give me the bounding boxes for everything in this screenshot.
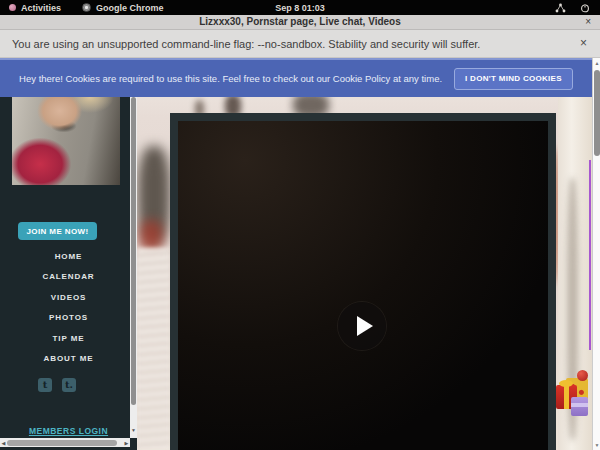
page-viewport: JOIN ME NOW! HOME CALENDAR VIDEOS PHOTOS… xyxy=(0,58,600,450)
infobar-message: You are using an unsupported command-lin… xyxy=(0,38,480,50)
scrollbar-thumb[interactable] xyxy=(594,70,600,156)
video-player[interactable] xyxy=(170,113,556,450)
scroll-up-icon[interactable]: ▲ xyxy=(593,60,600,66)
play-button[interactable] xyxy=(338,302,386,350)
cookie-message: Hey there! Cookies are required to use t… xyxy=(19,73,442,84)
system-top-bar: Activities Google Chrome Sep 8 01:03 xyxy=(0,0,600,15)
desktop-screen: Activities Google Chrome Sep 8 01:03 Liz… xyxy=(0,0,600,450)
network-icon[interactable] xyxy=(555,3,566,13)
sidebar-item-calendar[interactable]: CALENDAR xyxy=(0,272,137,281)
cookie-accept-button[interactable]: I DON'T MIND COOKIES xyxy=(454,68,573,90)
browser-infobar: You are using an unsupported command-lin… xyxy=(0,30,600,58)
sidebar: JOIN ME NOW! HOME CALENDAR VIDEOS PHOTOS… xyxy=(0,58,137,450)
join-me-now-button[interactable]: JOIN ME NOW! xyxy=(18,222,97,240)
cookie-banner: Hey there! Cookies are required to use t… xyxy=(0,58,592,97)
gift-icon xyxy=(571,397,588,416)
infobar-close-icon[interactable]: × xyxy=(580,36,587,50)
gift-widget[interactable] xyxy=(552,366,592,422)
twitter-icon[interactable]: t. xyxy=(62,378,76,392)
members-login-link[interactable]: MEMBERS LOGIN xyxy=(0,426,137,436)
power-icon[interactable] xyxy=(580,3,590,13)
tab-close-icon[interactable]: × xyxy=(585,16,591,27)
browser-tab-bar: Lizxxx30, Pornstar page, Live chat, Vide… xyxy=(0,15,600,30)
sidebar-vertical-scrollbar[interactable]: ▼ xyxy=(130,58,137,438)
gift-ball-icon xyxy=(577,370,588,381)
sidebar-item-tip-me[interactable]: TIP ME xyxy=(0,334,137,343)
profile-photo[interactable] xyxy=(12,90,120,185)
scrollbar-thumb[interactable] xyxy=(131,97,136,405)
page-vertical-scrollbar[interactable]: ▲ ▼ xyxy=(592,58,600,450)
sidebar-item-photos[interactable]: PHOTOS xyxy=(0,313,137,322)
play-icon xyxy=(357,316,373,336)
tab-title[interactable]: Lizxxx30, Pornstar page, Live chat, Vide… xyxy=(0,16,600,27)
scroll-down-icon[interactable]: ▼ xyxy=(130,427,137,433)
scrollbar-thumb[interactable] xyxy=(7,440,117,446)
sidebar-item-about-me[interactable]: ABOUT ME xyxy=(0,354,137,363)
sidebar-item-home[interactable]: HOME xyxy=(0,252,137,261)
scroll-down-icon[interactable]: ▼ xyxy=(593,442,600,448)
widget-edge-divider xyxy=(589,160,591,350)
scroll-right-icon[interactable]: ▶ xyxy=(123,440,130,446)
sidebar-horizontal-scrollbar[interactable]: ◀ ▶ xyxy=(0,438,130,447)
clock[interactable]: Sep 8 01:03 xyxy=(0,3,600,13)
twitter-icon[interactable]: t xyxy=(38,378,52,392)
sidebar-item-videos[interactable]: VIDEOS xyxy=(0,293,137,302)
scroll-left-icon[interactable]: ◀ xyxy=(0,440,7,446)
